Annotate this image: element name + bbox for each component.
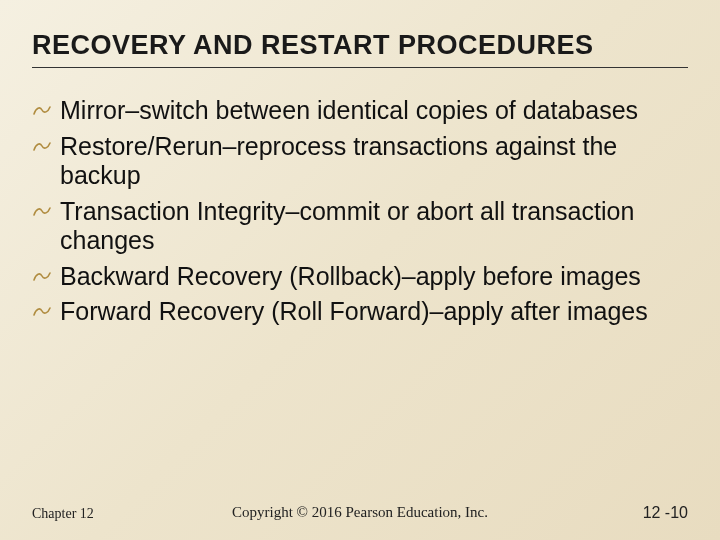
list-item: Transaction Integrity–commit or abort al… <box>32 197 688 256</box>
bullet-list: Mirror–switch between identical copies o… <box>32 96 688 327</box>
page-number: 12 -10 <box>643 504 688 522</box>
list-item: Mirror–switch between identical copies o… <box>32 96 688 126</box>
bullet-icon <box>32 102 52 120</box>
slide-title: RECOVERY AND RESTART PROCEDURES <box>32 30 688 68</box>
bullet-icon <box>32 138 52 156</box>
list-item: Backward Recovery (Rollback)–apply befor… <box>32 262 688 292</box>
slide-body: RECOVERY AND RESTART PROCEDURES Mirror–s… <box>0 0 720 540</box>
bullet-icon <box>32 203 52 221</box>
bullet-icon <box>32 268 52 286</box>
list-item: Forward Recovery (Roll Forward)–apply af… <box>32 297 688 327</box>
bullet-icon <box>32 303 52 321</box>
list-item: Restore/Rerun–reprocess transactions aga… <box>32 132 688 191</box>
footer: Chapter 12 Copyright © 2016 Pearson Educ… <box>0 504 720 522</box>
chapter-label: Chapter 12 <box>32 506 94 522</box>
copyright-text: Copyright © 2016 Pearson Education, Inc. <box>232 504 488 521</box>
